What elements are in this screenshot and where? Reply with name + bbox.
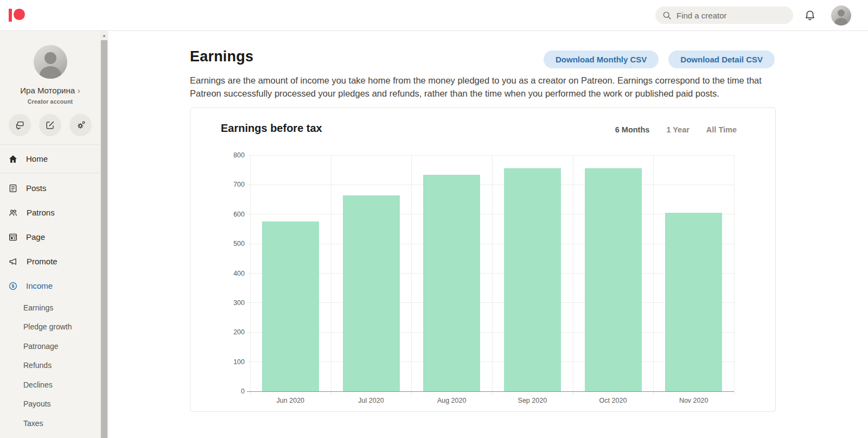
sidebar-item-label: Posts	[26, 183, 47, 193]
x-tick-label: Jun 2020	[250, 397, 331, 404]
sidebar: Ира Моторина › Creator account	[0, 31, 108, 438]
creator-name-label: Ира Моторина	[20, 86, 75, 95]
patrons-icon	[8, 207, 18, 218]
subitem-label: Earnings	[23, 303, 53, 312]
range-1-year[interactable]: 1 Year	[666, 125, 689, 134]
creator-name[interactable]: Ира Моторина ›	[0, 86, 100, 95]
notifications-bell-icon[interactable]	[804, 9, 816, 22]
income-icon: $	[8, 281, 18, 291]
sidebar-item-label: Promote	[27, 257, 58, 266]
chart-title: Earnings before tax	[221, 122, 322, 135]
logo-bar	[9, 9, 12, 22]
range-6-months[interactable]: 6 Months	[615, 125, 650, 134]
subitem-label: Pledge growth	[23, 322, 72, 331]
download-detail-csv-button[interactable]: Download Detail CSV	[668, 50, 775, 68]
scrollbar-thumb[interactable]	[101, 40, 107, 438]
h-gridline	[247, 185, 734, 185]
sidebar-subitem-taxes[interactable]: Taxes	[0, 414, 100, 433]
subitem-label: Payouts	[23, 399, 51, 408]
sidebar-subitem-refunds[interactable]: Refunds	[0, 356, 100, 376]
sidebar-item-page[interactable]: Page	[0, 225, 100, 249]
sidebar-subitem-patronage[interactable]: Patronage	[0, 337, 100, 356]
bar-oct-2020[interactable]	[585, 168, 642, 391]
y-tick-label: 0	[223, 387, 245, 396]
h-gridline	[247, 273, 734, 274]
settings-button[interactable]	[69, 114, 92, 136]
bar-aug-2020[interactable]	[423, 175, 480, 391]
create-post-button[interactable]	[39, 114, 61, 136]
v-gridline	[734, 155, 735, 396]
page-title: Earnings	[190, 48, 253, 65]
gear-icon	[75, 120, 86, 131]
x-tick-label: Sep 2020	[492, 397, 573, 404]
y-tick-label: 100	[223, 358, 245, 366]
user-avatar[interactable]	[831, 5, 851, 26]
x-tick-label: Jul 2020	[331, 397, 412, 404]
posts-icon	[8, 183, 18, 193]
bar-nov-2020[interactable]	[665, 213, 722, 391]
main-content: Earnings Download Monthly CSV Download D…	[108, 31, 868, 438]
v-gridline	[411, 155, 412, 396]
page-icon	[8, 232, 18, 242]
sidebar-scrollbar[interactable]: ▲	[100, 31, 108, 438]
sidebar-item-label: Patrons	[27, 208, 55, 217]
x-tick-label: Aug 2020	[411, 397, 492, 404]
h-gridline	[247, 214, 734, 214]
y-tick-label: 500	[223, 239, 245, 248]
y-tick-label: 600	[223, 210, 245, 219]
bar-sep-2020[interactable]	[504, 168, 561, 391]
bar-jun-2020[interactable]	[262, 221, 319, 391]
v-gridline	[573, 155, 573, 396]
download-monthly-csv-button[interactable]: Download Monthly CSV	[544, 50, 659, 68]
chevron-right-icon: ›	[78, 87, 80, 94]
h-gridline	[247, 332, 734, 333]
sidebar-item-income[interactable]: $ Income	[0, 274, 100, 298]
sidebar-item-label: Income	[26, 281, 53, 290]
sidebar-subitem-declines[interactable]: Declines	[0, 375, 100, 395]
earnings-description: Earnings are the amount of income you ta…	[190, 74, 778, 100]
home-icon	[8, 154, 18, 164]
subitem-label: Taxes	[23, 419, 43, 428]
v-gridline	[492, 155, 493, 396]
top-bar	[0, 0, 868, 31]
x-tick-label: Oct 2020	[573, 397, 654, 404]
x-tick-label: Nov 2020	[653, 397, 734, 404]
scroll-up-arrow-icon[interactable]: ▲	[100, 31, 108, 40]
sidebar-item-home[interactable]: Home	[0, 145, 100, 173]
sidebar-subitem-earnings[interactable]: Earnings	[0, 298, 100, 318]
promote-icon	[8, 256, 18, 266]
subitem-label: Declines	[23, 380, 53, 389]
y-tick-label: 200	[223, 328, 245, 337]
messages-button[interactable]	[9, 114, 31, 136]
subitem-label: Refunds	[23, 361, 52, 370]
sidebar-subitem-pledge-growth[interactable]: Pledge growth	[0, 318, 100, 337]
earnings-chart-card: Earnings before tax 6 Months 1 Year All …	[190, 107, 776, 412]
profile-section: Ира Моторина › Creator account	[0, 31, 100, 136]
sidebar-item-patrons[interactable]: Patrons	[0, 200, 100, 225]
edit-icon	[45, 120, 55, 130]
range-all-time[interactable]: All Time	[706, 125, 737, 134]
h-gridline	[247, 155, 734, 156]
subitem-label: Patronage	[23, 342, 59, 351]
h-gridline	[247, 244, 734, 244]
search-input[interactable]	[676, 11, 780, 20]
h-gridline	[247, 361, 734, 362]
x-axis-line	[247, 391, 734, 392]
chart-plot: 0100200300400500600700800Jun 2020Jul 202…	[250, 155, 734, 391]
sidebar-item-label: Home	[26, 154, 48, 163]
sidebar-subitem-payouts[interactable]: Payouts	[0, 395, 100, 414]
sidebar-item-posts[interactable]: Posts	[0, 176, 100, 200]
find-creator-search[interactable]	[655, 7, 793, 24]
time-range-selector: 6 Months 1 Year All Time	[615, 125, 737, 134]
y-tick-label: 400	[223, 269, 245, 278]
creator-avatar[interactable]	[34, 45, 67, 79]
patreon-logo-icon[interactable]	[9, 9, 30, 22]
csv-buttons: Download Monthly CSV Download Detail CSV	[544, 50, 775, 68]
logo-dot	[14, 9, 25, 20]
v-gridline	[653, 155, 654, 396]
bar-jul-2020[interactable]	[343, 195, 400, 391]
account-type-label: Creator account	[0, 98, 100, 105]
y-tick-label: 700	[223, 180, 245, 189]
svg-text:$: $	[12, 283, 15, 289]
sidebar-item-promote[interactable]: Promote	[0, 249, 100, 274]
